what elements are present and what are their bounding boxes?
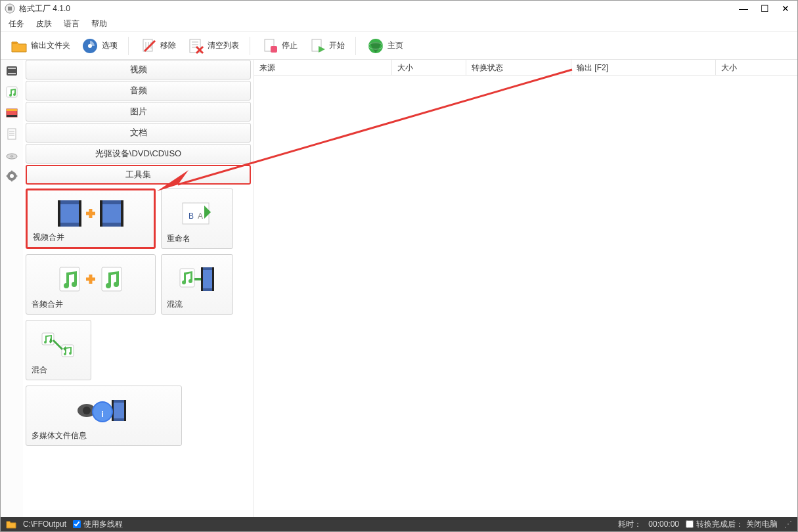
tool-audio-merge[interactable]: 音频合并 [26, 254, 156, 315]
output-folder-label: 输出文件夹 [31, 40, 70, 51]
video-merge-icon [33, 194, 148, 232]
globe-icon [366, 37, 385, 55]
svg-text:A: A [198, 211, 203, 221]
remove-label: 移除 [160, 40, 176, 51]
tool-media-info-label: 多媒体文件信息 [32, 430, 176, 441]
col-state[interactable]: 转换状态 [466, 60, 571, 75]
category-toolset[interactable]: 工具集 [26, 165, 251, 185]
task-list-empty [254, 76, 797, 517]
menu-language[interactable]: 语言 [64, 18, 79, 30]
tool-mix[interactable]: 混合 [26, 320, 91, 380]
disc-rail-icon[interactable] [5, 148, 19, 162]
toolbar-separator [355, 37, 356, 55]
main-area: 视频 音频 图片 文档 光驱设备\DVD\CD\ISO 工具集 视频合并 BA … [1, 60, 797, 517]
category-picture[interactable]: 图片 [26, 102, 251, 122]
options-icon [81, 37, 99, 55]
statusbar: C:\FFOutput 使用多线程 耗时： 00:00:00 转换完成后： 关闭… [1, 517, 797, 531]
svg-rect-40 [102, 204, 121, 223]
multithread-label: 使用多线程 [83, 519, 123, 530]
options-button[interactable]: 选项 [78, 35, 120, 56]
picture-rail-icon[interactable] [5, 106, 19, 120]
multithread-input[interactable] [73, 520, 81, 528]
nav-rail [1, 60, 23, 517]
media-info-icon: i [32, 390, 176, 430]
svg-text:i: i [101, 410, 103, 419]
category-rom[interactable]: 光驱设备\DVD\CD\ISO [26, 144, 251, 164]
svg-rect-25 [7, 109, 17, 111]
minimize-button[interactable]: — [736, 4, 751, 13]
clear-list-button[interactable]: 清空列表 [184, 35, 242, 56]
svg-point-61 [83, 407, 91, 414]
svg-point-4 [88, 44, 92, 48]
tool-media-info[interactable]: i 多媒体文件信息 [26, 386, 182, 446]
output-folder-button[interactable]: 输出文件夹 [7, 35, 73, 56]
col-size2[interactable]: 大小 [716, 60, 797, 75]
svg-rect-65 [124, 400, 126, 421]
svg-rect-22 [8, 73, 16, 74]
homepage-button[interactable]: 主页 [364, 35, 406, 56]
audio-merge-icon [32, 259, 150, 299]
clear-label: 清空列表 [208, 40, 239, 51]
svg-marker-17 [319, 46, 325, 53]
svg-rect-21 [8, 68, 16, 69]
document-rail-icon[interactable] [5, 127, 19, 141]
titlebar: 格式工厂 4.1.0 — ☐ ✕ [1, 1, 797, 16]
svg-rect-41 [100, 200, 102, 227]
stop-button[interactable]: 停止 [258, 35, 300, 56]
col-source[interactable]: 来源 [254, 60, 392, 75]
tool-rename-label: 重命名 [167, 233, 227, 244]
tool-rename[interactable]: BA 重命名 [161, 188, 233, 249]
menu-tasks[interactable]: 任务 [9, 18, 24, 30]
category-audio[interactable]: 音频 [26, 81, 251, 100]
start-icon [308, 37, 326, 55]
after-value: 关闭电脑 [746, 519, 778, 530]
after-checkbox[interactable]: 转换完成后： 关闭电脑 [686, 519, 778, 530]
elapsed-value: 00:00:00 [648, 520, 679, 529]
toolbar-separator [250, 37, 250, 55]
app-icon [5, 3, 15, 14]
col-size[interactable]: 大小 [392, 60, 466, 75]
svg-rect-53 [201, 267, 203, 291]
tool-mix-label: 混合 [32, 365, 85, 376]
tool-video-merge-label: 视频合并 [33, 232, 148, 243]
multithread-checkbox[interactable]: 使用多线程 [73, 519, 123, 530]
svg-rect-56 [62, 345, 74, 357]
start-label: 开始 [329, 40, 345, 51]
svg-rect-63 [113, 403, 125, 418]
output-path[interactable]: C:\FFOutput [23, 520, 66, 529]
elapsed-label: 耗时： [618, 519, 642, 530]
svg-point-32 [11, 156, 13, 157]
start-button[interactable]: 开始 [305, 35, 347, 56]
folder-icon[interactable] [6, 520, 16, 529]
svg-point-34 [10, 174, 14, 178]
menu-skin[interactable]: 皮肤 [36, 18, 52, 30]
homepage-label: 主页 [388, 40, 403, 51]
after-input[interactable] [686, 520, 694, 528]
svg-rect-52 [202, 270, 213, 288]
folder-icon [10, 37, 28, 55]
menubar: 任务 皮肤 语言 帮助 [1, 16, 797, 32]
category-document[interactable]: 文档 [26, 123, 251, 143]
tools-grid: 视频合并 BA 重命名 音频合并 混流 [23, 186, 254, 449]
menu-help[interactable]: 帮助 [91, 18, 107, 30]
svg-rect-1 [8, 7, 12, 11]
toolbar: 输出文件夹 选项 移除 清空列表 停止 开始 主页 [1, 32, 797, 60]
toolset-rail-icon[interactable] [5, 169, 19, 183]
svg-rect-42 [121, 200, 123, 227]
remove-button[interactable]: 移除 [137, 35, 179, 56]
maximize-button[interactable]: ☐ [757, 4, 772, 13]
video-rail-icon[interactable] [5, 64, 19, 78]
close-button[interactable]: ✕ [778, 4, 793, 13]
category-video[interactable]: 视频 [26, 60, 251, 79]
tool-video-merge[interactable]: 视频合并 [26, 188, 156, 249]
svg-rect-26 [7, 115, 17, 117]
mix-icon [32, 324, 85, 365]
svg-rect-27 [8, 129, 16, 139]
audio-rail-icon[interactable] [5, 85, 19, 99]
resize-grip[interactable]: ⋰ [784, 520, 792, 529]
table-headers: 来源 大小 转换状态 输出 [F2] 大小 [254, 60, 797, 76]
remove-icon [139, 37, 158, 55]
col-output[interactable]: 输出 [F2] [571, 60, 716, 75]
after-label: 转换完成后： [696, 519, 743, 530]
tool-mux[interactable]: 混流 [161, 254, 233, 315]
